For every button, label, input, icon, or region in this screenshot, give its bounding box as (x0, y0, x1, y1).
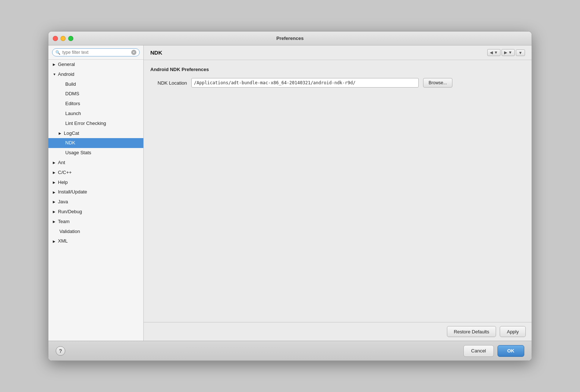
sidebar-item-label: Android (58, 71, 74, 78)
sidebar-item-label: NDK (65, 139, 75, 147)
sidebar-item-ant[interactable]: Ant (48, 158, 143, 168)
search-input[interactable] (62, 50, 129, 55)
tree-container: GeneralAndroidBuildDDMSEditorsLaunchLint… (48, 60, 143, 246)
search-bar: 🔍 ✕ (48, 45, 143, 60)
sidebar-item-general[interactable]: General (48, 60, 143, 70)
window-bottom-bar: ? Cancel OK (48, 341, 532, 360)
panel: NDK ◀ ▼ ▶ ▼ ▼ Android NDK Preferences ND… (144, 45, 532, 341)
panel-body: Android NDK Preferences NDK Location Bro… (144, 60, 532, 322)
ok-button[interactable]: OK (498, 345, 525, 357)
sidebar-item-build[interactable]: Build (48, 79, 143, 89)
sidebar-item-label: Help (58, 179, 68, 186)
section-title: Android NDK Preferences (150, 67, 525, 72)
nav-dropdown-button[interactable]: ▼ (516, 49, 525, 56)
ndk-location-input[interactable] (191, 78, 419, 88)
sidebar-item-validation[interactable]: Validation (48, 227, 143, 237)
sidebar-item-label: C/C++ (58, 169, 72, 177)
arrow-icon (53, 239, 56, 244)
clear-search-button[interactable]: ✕ (131, 50, 136, 55)
window-controls (53, 36, 73, 41)
title-bar: Preferences (48, 32, 532, 45)
sidebar-item-install-update[interactable]: Install/Update (48, 187, 143, 197)
sidebar-item-editors[interactable]: Editors (48, 99, 143, 109)
sidebar-item-ndk[interactable]: NDK (48, 138, 143, 148)
sidebar-item-label: Lint Error Checking (65, 120, 106, 127)
arrow-icon (53, 62, 56, 67)
apply-button[interactable]: Apply (500, 326, 526, 337)
sidebar-item-label: DDMS (65, 90, 79, 98)
arrow-icon (53, 160, 56, 165)
arrow-icon (53, 199, 56, 204)
sidebar-item-run-debug[interactable]: Run/Debug (48, 207, 143, 217)
sidebar-item-label: Usage Stats (65, 149, 91, 157)
arrow-icon (53, 190, 56, 195)
sidebar-item-xml[interactable]: XML (48, 236, 143, 246)
nav-forward-button[interactable]: ▶ ▼ (502, 49, 515, 56)
search-icon: 🔍 (55, 50, 60, 55)
search-wrapper: 🔍 ✕ (52, 48, 140, 56)
panel-nav-buttons: ◀ ▼ ▶ ▼ ▼ (487, 49, 525, 56)
window-title: Preferences (276, 36, 304, 41)
help-button[interactable]: ? (56, 346, 65, 356)
panel-bottom-bar: Restore Defaults Apply (144, 322, 532, 341)
sidebar-item-label: Build (65, 81, 76, 88)
panel-title: NDK (150, 49, 162, 56)
sidebar-item-label: LogCat (64, 130, 79, 137)
arrow-icon (53, 170, 56, 175)
arrow-icon (53, 72, 56, 77)
sidebar-item-android[interactable]: Android (48, 70, 143, 79)
sidebar-item-label: General (58, 61, 75, 69)
panel-header: NDK ◀ ▼ ▶ ▼ ▼ (144, 45, 532, 60)
browse-button[interactable]: Browse... (423, 78, 452, 88)
sidebar-item-label: Install/Update (58, 188, 87, 196)
sidebar-item-label: Run/Debug (58, 208, 82, 216)
minimize-button[interactable] (60, 36, 66, 41)
sidebar-item-label: Editors (65, 100, 80, 108)
sidebar-item-ddms[interactable]: DDMS (48, 89, 143, 99)
main-content: 🔍 ✕ GeneralAndroidBuildDDMSEditorsLaunch… (48, 45, 532, 341)
sidebar-item-label: XML (58, 237, 68, 245)
sidebar-item-label: Validation (59, 228, 80, 236)
preferences-window: Preferences 🔍 ✕ GeneralAndroidBuildDDMSE… (48, 31, 532, 361)
sidebar-item-help[interactable]: Help (48, 178, 143, 188)
sidebar-item-team[interactable]: Team (48, 217, 143, 227)
sidebar-item-label: Team (58, 218, 70, 226)
maximize-button[interactable] (68, 36, 73, 41)
sidebar-item-launch[interactable]: Launch (48, 109, 143, 119)
cancel-button[interactable]: Cancel (463, 345, 493, 357)
arrow-icon (53, 180, 56, 185)
sidebar-item-java[interactable]: Java (48, 197, 143, 207)
sidebar-item-cpp[interactable]: C/C++ (48, 168, 143, 178)
sidebar-item-label: Java (58, 198, 68, 206)
sidebar-item-usage-stats[interactable]: Usage Stats (48, 148, 143, 158)
ndk-location-row: NDK Location Browse... (150, 78, 525, 88)
sidebar-item-lint-error-checking[interactable]: Lint Error Checking (48, 119, 143, 129)
close-button[interactable] (53, 36, 58, 41)
sidebar: 🔍 ✕ GeneralAndroidBuildDDMSEditorsLaunch… (48, 45, 144, 341)
arrow-icon (53, 209, 56, 214)
sidebar-item-logcat[interactable]: LogCat (48, 129, 143, 138)
nav-back-button[interactable]: ◀ ▼ (487, 49, 500, 56)
ndk-location-label: NDK Location (150, 80, 187, 86)
bottom-buttons: Cancel OK (463, 345, 524, 357)
restore-defaults-button[interactable]: Restore Defaults (447, 326, 496, 337)
sidebar-item-label: Ant (58, 159, 65, 167)
arrow-icon (59, 131, 62, 136)
arrow-icon (53, 219, 56, 224)
sidebar-item-label: Launch (65, 110, 81, 118)
